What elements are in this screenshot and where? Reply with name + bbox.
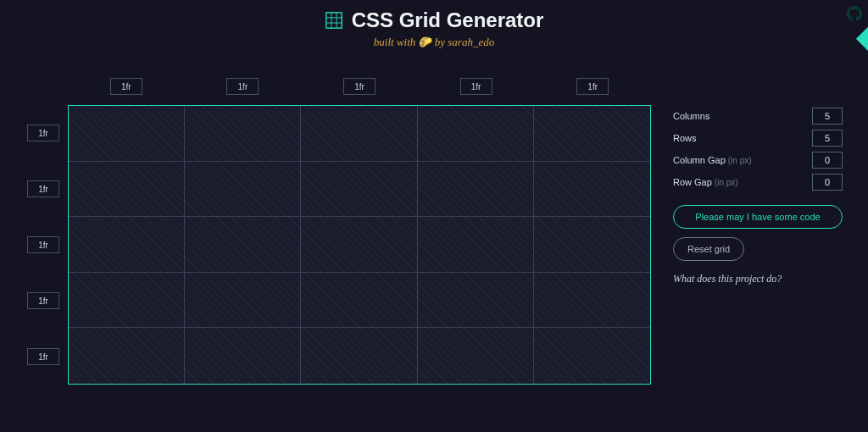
rowgap-input[interactable] — [812, 174, 843, 191]
grid-cell[interactable] — [69, 217, 185, 273]
grid-cell[interactable] — [69, 273, 185, 329]
byline: built with 🌮 by sarah_edo — [0, 36, 868, 49]
generate-code-button[interactable]: Please may I have some code — [673, 205, 843, 229]
about-link[interactable]: What does this project do? — [673, 273, 843, 285]
grid-cell[interactable] — [534, 328, 650, 384]
row-unit-input-1[interactable] — [27, 180, 59, 197]
column-unit-headers — [68, 76, 651, 97]
grid-logo-icon — [325, 11, 343, 30]
grid-cell[interactable] — [301, 217, 417, 273]
taco-icon: 🌮 — [419, 36, 432, 48]
col-unit-input-4[interactable] — [576, 78, 609, 95]
grid-cell[interactable] — [69, 106, 185, 162]
colgap-label: Column Gap(in px) — [673, 155, 752, 165]
svg-rect-0 — [326, 13, 341, 28]
columns-input[interactable] — [812, 108, 843, 125]
grid-cell[interactable] — [534, 273, 650, 329]
row-unit-headers — [25, 105, 61, 385]
grid-cell[interactable] — [301, 328, 417, 384]
grid-cell[interactable] — [418, 328, 534, 384]
grid-cell[interactable] — [301, 106, 417, 162]
row-unit-input-4[interactable] — [27, 348, 59, 365]
page-title: CSS Grid Generator — [352, 8, 544, 32]
col-unit-input-1[interactable] — [226, 78, 259, 95]
grid-cell[interactable] — [534, 162, 650, 218]
columns-label: Columns — [673, 111, 709, 121]
grid-cell[interactable] — [185, 273, 301, 329]
rows-label: Rows — [673, 133, 697, 143]
grid-canvas[interactable] — [68, 105, 651, 385]
colgap-input[interactable] — [812, 152, 843, 169]
grid-cell[interactable] — [418, 217, 534, 273]
grid-cell[interactable] — [534, 217, 650, 273]
grid-cell[interactable] — [418, 273, 534, 329]
grid-cell[interactable] — [185, 162, 301, 218]
col-unit-input-3[interactable] — [460, 78, 492, 95]
grid-cell[interactable] — [185, 106, 301, 162]
grid-cell[interactable] — [301, 162, 417, 218]
grid-cell[interactable] — [185, 328, 301, 384]
grid-cell[interactable] — [185, 217, 301, 273]
row-unit-input-2[interactable] — [27, 236, 59, 253]
grid-cell[interactable] — [69, 162, 185, 218]
rows-input[interactable] — [812, 130, 843, 147]
col-unit-input-2[interactable] — [343, 78, 376, 95]
row-unit-input-3[interactable] — [27, 292, 59, 309]
settings-panel: Columns Rows Column Gap(in px) Row Gap(i… — [673, 105, 843, 285]
grid-cell[interactable] — [301, 273, 417, 329]
github-icon — [847, 6, 862, 21]
header: CSS Grid Generator built with 🌮 by sarah… — [0, 0, 868, 49]
grid-cell[interactable] — [69, 328, 185, 384]
col-unit-input-0[interactable] — [110, 78, 142, 95]
reset-button[interactable]: Reset grid — [673, 237, 744, 261]
rowgap-label: Row Gap(in px) — [673, 177, 738, 187]
row-unit-input-0[interactable] — [27, 125, 59, 141]
grid-cell[interactable] — [418, 106, 534, 162]
author-link[interactable]: by sarah_edo — [435, 36, 494, 48]
grid-cell[interactable] — [418, 162, 534, 218]
grid-cell[interactable] — [534, 106, 650, 162]
